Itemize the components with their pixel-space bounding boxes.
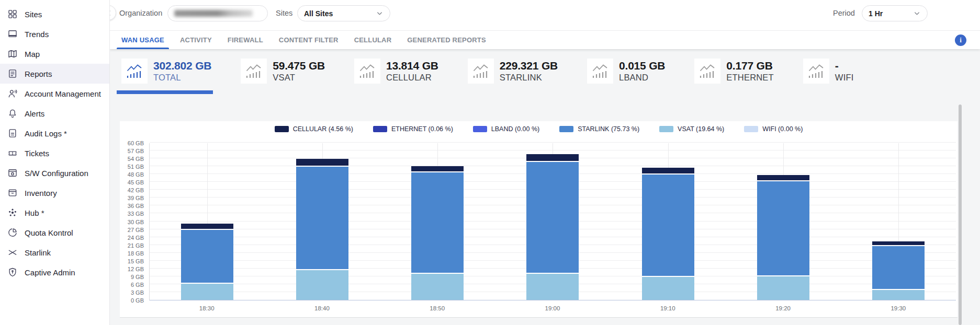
bar-19-00 <box>526 154 579 300</box>
sites-icon <box>7 9 18 19</box>
legend-item-vsat[interactable]: VSAT (19.64 %) <box>659 125 724 133</box>
bar-segment-cellular <box>757 175 809 180</box>
stat-chip-lband[interactable]: 0.015 GB LBAND <box>587 59 665 84</box>
sidebar-item-alerts[interactable]: Alerts <box>0 103 109 123</box>
bar-segment-cellular <box>526 154 579 161</box>
legend-label: VSAT (19.64 %) <box>678 125 724 133</box>
stat-text: 59.475 GB VSAT <box>273 60 325 83</box>
stat-chip-total[interactable]: 302.802 GB TOTAL <box>121 59 211 84</box>
sidebar-item-reports[interactable]: Reports <box>0 64 109 84</box>
wan-usage-chart-card: CELLULAR (4.56 %) ETHERNET (0.06 %) LBAN… <box>120 121 958 318</box>
category-slot <box>150 143 265 300</box>
y-tick-label: 3 GB <box>120 289 144 296</box>
bar-segment-vsat <box>296 270 348 300</box>
bar-segment-starlink <box>642 175 694 276</box>
sidebar-item-account-management[interactable]: Account Management <box>0 84 109 103</box>
sidebar-item-starlink[interactable]: Starlink <box>0 242 109 262</box>
legend-label: ETHERNET (0.06 %) <box>391 125 453 133</box>
tab-wan-usage[interactable]: WAN USAGE <box>117 31 169 49</box>
sidebar-item-map[interactable]: Map <box>0 44 109 64</box>
organization-label: Organization <box>119 9 162 17</box>
organization-value-pill[interactable] <box>167 5 268 21</box>
sidebar-item-sites[interactable]: Sites <box>0 4 109 24</box>
bar-segment-starlink <box>872 246 925 289</box>
sidebar-item-tickets[interactable]: Tickets <box>0 143 109 163</box>
stat-value: 0.177 GB <box>726 60 774 72</box>
y-tick-label: 24 GB <box>120 235 144 241</box>
sidebar-item-s-w-configuration[interactable]: S/W Configuration <box>0 163 109 183</box>
alerts-icon <box>7 108 18 119</box>
tab-activity[interactable]: ACTIVITY <box>175 31 217 49</box>
captive-admin-icon <box>7 267 18 277</box>
y-tick-label: 48 GB <box>120 171 144 178</box>
bar-segment-cellular <box>296 159 348 166</box>
period-select[interactable]: 1 Hr <box>862 5 928 21</box>
legend-label: CELLULAR (4.56 %) <box>293 125 353 133</box>
tab-cellular[interactable]: CELLULAR <box>350 31 397 49</box>
stat-chip-starlink[interactable]: 229.321 GB STARLINK <box>468 59 558 84</box>
hub-icon <box>7 207 18 218</box>
chart-legend: CELLULAR (4.56 %) ETHERNET (0.06 %) LBAN… <box>120 125 958 133</box>
sites-select[interactable]: All Sites <box>297 5 390 21</box>
sidebar-item-inventory[interactable]: Inventory <box>0 183 109 203</box>
stat-text: 13.814 GB CELLULAR <box>386 60 438 83</box>
sidebar-item-trends[interactable]: Trends <box>0 24 109 44</box>
sidebar-item-captive-admin[interactable]: Captive Admin <box>0 262 109 282</box>
legend-swatch <box>275 126 289 132</box>
stat-chip-vsat[interactable]: 59.475 GB VSAT <box>241 59 325 84</box>
bar-segment-starlink <box>181 230 233 283</box>
stat-label: TOTAL <box>153 72 211 83</box>
y-tick-label: 6 GB <box>120 282 144 288</box>
tab-bar: WAN USAGEACTIVITYFIREWALLCONTENT FILTERC… <box>110 30 980 49</box>
legend-item-cellular[interactable]: CELLULAR (4.56 %) <box>275 125 353 133</box>
category-slot <box>726 143 841 300</box>
sidebar-item-label: Trends <box>25 30 49 39</box>
legend-item-lband[interactable]: LBAND (0.00 %) <box>473 125 539 133</box>
inventory-icon <box>7 188 18 198</box>
chevron-down-icon <box>376 9 384 17</box>
sidebar-item-quota-kontrol[interactable]: Quota Kontrol <box>0 223 109 242</box>
bar-18-30 <box>181 224 233 300</box>
y-tick-label: 45 GB <box>120 179 144 185</box>
sidebar-item-label: Sites <box>25 10 42 19</box>
quota-kontrol-icon <box>7 227 18 238</box>
sidebar-item-hub[interactable]: Hub * <box>0 203 109 223</box>
y-tick-label: 15 GB <box>120 258 144 264</box>
stat-label: LBAND <box>619 72 665 83</box>
stat-value: 302.802 GB <box>153 60 211 72</box>
chart-icon <box>354 59 380 84</box>
chart-icon <box>121 59 148 84</box>
legend-swatch <box>373 126 387 132</box>
sidebar-item-label: Alerts <box>25 109 44 118</box>
sidebar: Sites Trends Map Reports Account Managem… <box>0 0 110 325</box>
stat-text: 229.321 GB STARLINK <box>500 60 558 83</box>
vertical-scrollbar[interactable] <box>959 105 962 325</box>
bar-19-20 <box>757 175 809 300</box>
sidebar-item-audit-logs[interactable]: Audit Logs * <box>0 123 109 143</box>
tab-content-filter[interactable]: CONTENT FILTER <box>274 31 343 49</box>
tab-firewall[interactable]: FIREWALL <box>223 31 268 49</box>
legend-swatch <box>659 126 673 132</box>
y-tick-label: 9 GB <box>120 274 144 280</box>
y-tick-label: 21 GB <box>120 242 144 249</box>
legend-item-starlink[interactable]: STARLINK (75.73 %) <box>559 125 639 133</box>
sw-configuration-icon <box>7 168 18 178</box>
legend-item-ethernet[interactable]: ETHERNET (0.06 %) <box>373 125 453 133</box>
stat-value: 13.814 GB <box>386 60 438 72</box>
legend-item-wifi[interactable]: WIFI (0.00 %) <box>744 125 803 133</box>
x-tick-label: 18:50 <box>380 305 495 311</box>
sidebar-item-label: Reports <box>25 69 52 78</box>
stat-chip-wifi[interactable]: - WIFI <box>803 59 854 84</box>
category-slot <box>611 143 726 300</box>
y-axis: 0 GB3 GB6 GB9 GB12 GB15 GB18 GB21 GB24 G… <box>120 143 144 300</box>
stat-chip-ethernet[interactable]: 0.177 GB ETHERNET <box>694 59 774 84</box>
tab-generated-reports[interactable]: GENERATED REPORTS <box>402 31 491 49</box>
stat-chip-cellular[interactable]: 13.814 GB CELLULAR <box>354 59 438 84</box>
legend-swatch <box>744 126 758 132</box>
stat-text: 0.177 GB ETHERNET <box>726 60 774 83</box>
bar-segment-vsat <box>411 274 464 300</box>
bar-segment-vsat <box>526 274 579 300</box>
bar-segment-vsat <box>181 284 233 300</box>
info-icon[interactable]: i <box>955 34 966 46</box>
stat-value: - <box>835 60 854 72</box>
